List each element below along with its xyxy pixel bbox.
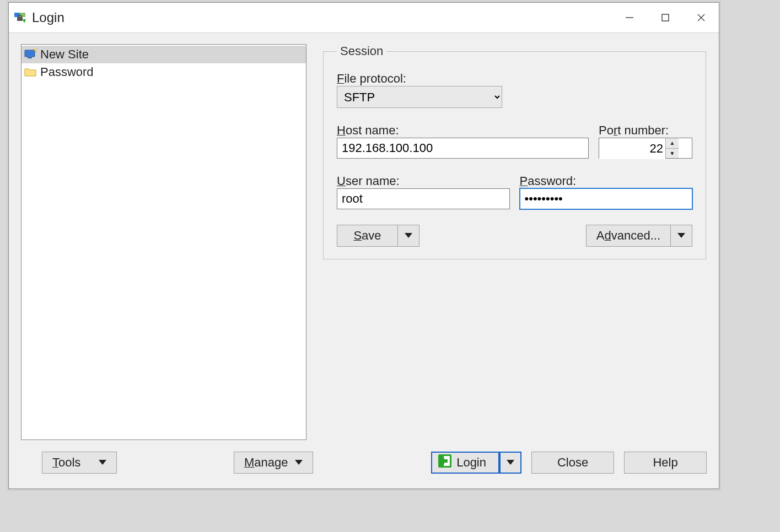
- svg-marker-13: [677, 233, 685, 238]
- session-group: Session File protocol: SFTP Host name:: [323, 44, 706, 259]
- save-button[interactable]: Save: [337, 225, 419, 247]
- svg-marker-12: [405, 233, 412, 238]
- save-dropdown-arrow[interactable]: [397, 225, 419, 247]
- session-legend: Session: [337, 44, 386, 58]
- login-arrow-icon: [438, 454, 452, 471]
- port-number-label: Port number:: [599, 123, 692, 138]
- advanced-button[interactable]: Advanced...: [586, 225, 692, 247]
- window-title: Login: [32, 10, 611, 25]
- svg-rect-9: [25, 50, 35, 57]
- chevron-down-icon: [295, 460, 303, 465]
- login-button[interactable]: Login: [431, 452, 521, 474]
- host-name-label: Host name:: [337, 123, 589, 138]
- svg-rect-0: [14, 13, 20, 17]
- svg-marker-15: [295, 460, 303, 465]
- svg-rect-10: [28, 57, 32, 58]
- svg-marker-19: [507, 460, 514, 465]
- maximize-button[interactable]: [647, 3, 683, 32]
- advanced-dropdown-arrow[interactable]: [670, 225, 692, 247]
- folder-icon: [24, 66, 37, 79]
- user-name-input[interactable]: [337, 188, 510, 209]
- close-dialog-button[interactable]: Close: [531, 452, 614, 474]
- site-item-label: New Site: [40, 47, 89, 62]
- svg-rect-1: [20, 13, 25, 17]
- host-name-input[interactable]: [337, 138, 589, 159]
- monitor-new-icon: [24, 48, 37, 61]
- password-input[interactable]: [520, 188, 693, 209]
- site-item-new-site[interactable]: New Site: [21, 46, 306, 63]
- password-label: Password:: [520, 174, 693, 188]
- file-protocol-select[interactable]: SFTP: [337, 86, 502, 108]
- help-button[interactable]: Help: [624, 452, 707, 474]
- chevron-down-icon: [99, 460, 106, 465]
- port-number-input[interactable]: ▲ ▼: [599, 138, 692, 159]
- login-dropdown-arrow[interactable]: [499, 452, 521, 474]
- site-item-password[interactable]: Password: [21, 63, 306, 81]
- minimize-button[interactable]: [611, 3, 647, 32]
- file-protocol-label: File protocol:: [337, 72, 692, 86]
- titlebar[interactable]: Login: [9, 3, 719, 33]
- port-spin-down[interactable]: ▼: [666, 149, 679, 159]
- dialog-footer: Tools Manage Login: [9, 446, 719, 488]
- sites-listbox[interactable]: New Site Password: [21, 44, 306, 440]
- site-item-label: Password: [40, 65, 94, 79]
- user-name-label: User name:: [337, 174, 510, 188]
- manage-button[interactable]: Manage: [217, 452, 322, 474]
- svg-marker-14: [99, 460, 106, 465]
- svg-marker-4: [23, 19, 26, 23]
- port-spin-up[interactable]: ▲: [666, 138, 679, 149]
- svg-rect-6: [662, 14, 669, 21]
- app-icon: [13, 11, 26, 24]
- login-dialog: Login: [8, 2, 719, 489]
- close-button[interactable]: [683, 3, 719, 32]
- tools-button[interactable]: Tools: [21, 452, 126, 474]
